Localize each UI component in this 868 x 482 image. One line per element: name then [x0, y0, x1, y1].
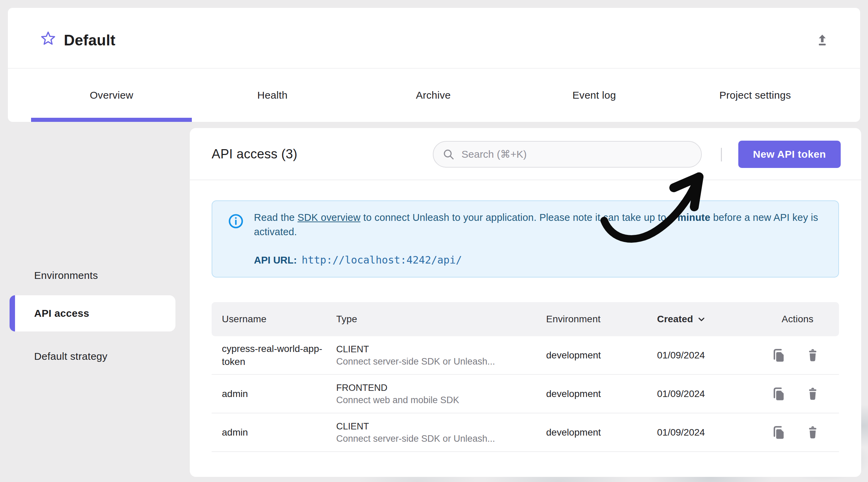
delete-token-button[interactable]: [806, 386, 820, 401]
tab-event-log[interactable]: Event log: [514, 69, 674, 122]
created-cell: 01/09/2024: [657, 427, 782, 438]
new-api-token-button[interactable]: New API token: [738, 141, 841, 168]
table-row: admin FRONTEND Connect web and mobile SD…: [212, 375, 839, 413]
username-cell: admin: [222, 426, 336, 439]
alert-bold-text: 1 minute: [669, 212, 710, 223]
chevron-down-icon: [697, 314, 706, 324]
api-url-value: http://localhost:4242/api/: [302, 254, 462, 266]
column-header-label: Created: [657, 314, 693, 325]
column-header-created[interactable]: Created: [657, 314, 782, 325]
copy-token-button[interactable]: [771, 348, 786, 363]
tab-label: Health: [257, 89, 288, 101]
api-access-panel: API access (3) New API token Read the SD…: [190, 128, 861, 477]
project-header-card: Default Overview Health Archive Event lo…: [8, 8, 860, 122]
project-tabs: Overview Health Archive Event log Projec…: [31, 69, 836, 122]
environment-cell: development: [546, 388, 657, 399]
api-url-label: API URL:: [254, 255, 297, 266]
column-header-actions: Actions: [782, 314, 839, 325]
environment-cell: development: [546, 427, 657, 438]
username-cell: cypress-real-world-app-token: [222, 342, 336, 368]
page: Default Overview Health Archive Event lo…: [0, 0, 868, 482]
created-cell: 01/09/2024: [657, 388, 782, 399]
alert-text-part: Read the: [254, 212, 298, 223]
environment-cell: development: [546, 350, 657, 361]
actions-cell: [771, 386, 839, 401]
panel-title: API access (3): [212, 146, 297, 161]
sidebar-item-default-strategy[interactable]: Default strategy: [34, 351, 108, 362]
header-vertical-divider: [721, 148, 722, 161]
column-header-username: Username: [222, 314, 336, 325]
delete-token-button[interactable]: [806, 425, 820, 440]
username-cell: admin: [222, 387, 336, 400]
type-cell: CLIENT Connect server-side SDK or Unleas…: [336, 420, 546, 445]
page-title: Default: [64, 32, 115, 49]
tab-label: Archive: [416, 89, 451, 101]
favorite-star-icon[interactable]: [40, 30, 56, 47]
table-row: cypress-real-world-app-token CLIENT Conn…: [212, 336, 839, 375]
created-cell: 01/09/2024: [657, 350, 782, 361]
token-type: CLIENT: [336, 343, 546, 355]
search-box[interactable]: [433, 141, 702, 168]
tab-archive[interactable]: Archive: [353, 69, 514, 122]
settings-sidebar: Environments API access Default strategy: [0, 128, 190, 476]
project-header-row: Default: [8, 8, 860, 68]
active-indicator-bar: [10, 295, 15, 331]
export-icon[interactable]: [815, 33, 829, 47]
tab-label: Overview: [90, 89, 133, 101]
tab-overview[interactable]: Overview: [31, 69, 192, 122]
api-tokens-table: Username Type Environment Created Action…: [212, 302, 839, 452]
panel-header: API access (3) New API token: [190, 128, 861, 180]
search-icon: [442, 148, 455, 160]
actions-cell: [771, 425, 839, 440]
table-header-row: Username Type Environment Created Action…: [212, 302, 839, 336]
type-cell: CLIENT Connect server-side SDK or Unleas…: [336, 343, 546, 368]
alert-text-part: to connect Unleash to your application. …: [360, 212, 669, 223]
copy-token-button[interactable]: [771, 386, 786, 401]
tab-label: Project settings: [719, 89, 791, 101]
info-alert: Read the SDK overview to connect Unleash…: [212, 200, 839, 278]
tab-label: Event log: [572, 89, 616, 101]
token-type-description: Connect server-side SDK or Unleash...: [336, 355, 546, 368]
api-url-line: API URL:http://localhost:4242/api/: [254, 254, 462, 266]
actions-cell: [771, 348, 839, 363]
token-type-description: Connect web and mobile SDK: [336, 394, 546, 406]
delete-token-button[interactable]: [806, 348, 820, 363]
token-type-description: Connect server-side SDK or Unleash...: [336, 433, 546, 445]
copy-token-button[interactable]: [771, 425, 786, 440]
sidebar-item-environments[interactable]: Environments: [34, 270, 98, 281]
search-input[interactable]: [461, 148, 680, 160]
sidebar-item-label: API access: [34, 308, 89, 319]
sidebar-item-api-access[interactable]: API access: [10, 295, 175, 331]
alert-text: Read the SDK overview to connect Unleash…: [254, 210, 821, 239]
type-cell: FRONTEND Connect web and mobile SDK: [336, 382, 546, 406]
column-header-environment: Environment: [546, 314, 657, 325]
table-row: admin CLIENT Connect server-side SDK or …: [212, 413, 839, 452]
sdk-overview-link[interactable]: SDK overview: [298, 212, 361, 223]
tab-project-settings[interactable]: Project settings: [675, 69, 836, 122]
info-icon: [228, 213, 244, 229]
tab-health[interactable]: Health: [192, 69, 353, 122]
token-type: FRONTEND: [336, 382, 546, 394]
token-type: CLIENT: [336, 420, 546, 433]
column-header-type: Type: [336, 314, 546, 325]
